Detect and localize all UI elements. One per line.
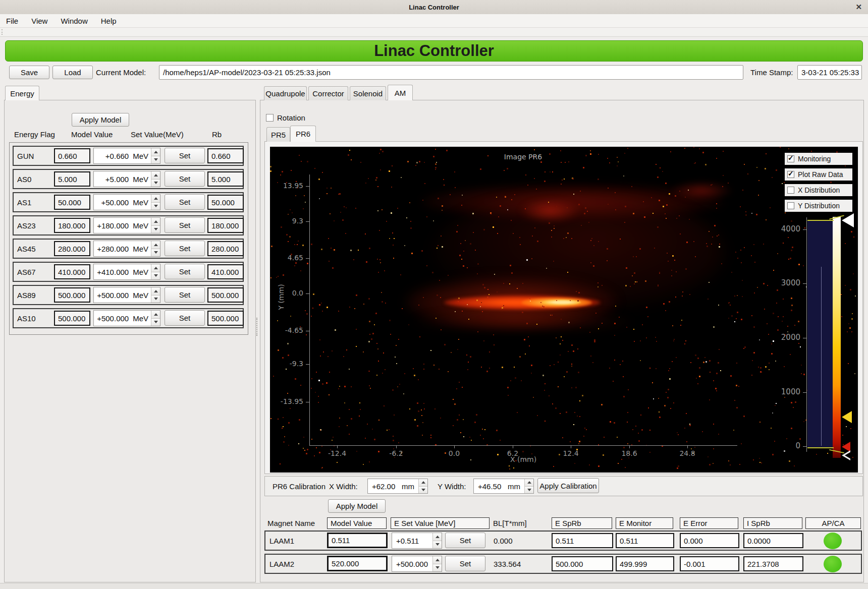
spin-value: +500.000: [392, 556, 432, 571]
spin-up-icon[interactable]: [419, 479, 427, 486]
set-button[interactable]: Set: [165, 217, 205, 233]
timestamp-field[interactable]: 3-03-21 05:25:33: [797, 65, 862, 80]
set-value-spinbox[interactable]: +500.000MeV: [93, 310, 160, 326]
set-button[interactable]: Set: [445, 533, 485, 548]
set-value-spinbox[interactable]: +500.000: [392, 556, 442, 572]
menu-item-help[interactable]: Help: [101, 17, 117, 25]
set-button[interactable]: Set: [165, 264, 205, 279]
set-value-spinbox[interactable]: +0.660MeV: [93, 148, 160, 164]
spin-up-icon[interactable]: [151, 218, 160, 225]
spin-up-icon[interactable]: [151, 171, 160, 179]
spin-arrows[interactable]: [418, 479, 427, 493]
set-value-spinbox[interactable]: +0.511: [392, 533, 442, 549]
x-width-spinbox[interactable]: +62.00mm: [367, 479, 428, 494]
menu-item-view[interactable]: View: [31, 17, 47, 25]
window-titlebar: Linac Controller ✕: [0, 0, 868, 15]
tab-solenoid[interactable]: Solenoid: [350, 86, 386, 100]
toolbar-grip-handle[interactable]: [2, 29, 4, 35]
spin-arrows[interactable]: [524, 479, 533, 493]
checkbox-square[interactable]: [787, 187, 794, 194]
set-button[interactable]: Set: [165, 310, 205, 326]
apply-calibration-button[interactable]: Apply Calibration: [537, 478, 599, 493]
spin-arrows[interactable]: [151, 171, 160, 187]
spin-down-icon[interactable]: [151, 295, 160, 303]
beam-image-plot[interactable]: Image PR6 13.959.34.650.0-4.65-9.3-13.95…: [270, 147, 858, 473]
tab-quadrupole[interactable]: Quadrupole: [264, 86, 307, 100]
save-button[interactable]: Save: [9, 66, 49, 79]
tab-am[interactable]: AM: [388, 85, 413, 100]
y-axis-line: [309, 174, 310, 446]
model-value-box: 50.000: [54, 195, 90, 210]
marker-mid-icon[interactable]: [842, 411, 852, 423]
set-button[interactable]: Set: [445, 556, 485, 571]
checkbox-square[interactable]: ✓: [787, 155, 794, 162]
spin-up-icon[interactable]: [151, 241, 160, 249]
current-model-input[interactable]: /home/heps1/AP-model/2023-03-21 05:25:33…: [159, 65, 743, 80]
spin-up-icon[interactable]: [151, 264, 160, 272]
checkbox-square[interactable]: ✓: [787, 171, 794, 178]
tab-corrector[interactable]: Corrector: [308, 86, 348, 100]
spin-down-icon[interactable]: [151, 225, 160, 233]
spin-up-icon[interactable]: [433, 556, 442, 564]
spin-down-icon[interactable]: [151, 179, 160, 187]
level-line-bottom: [807, 447, 834, 448]
tick-mark: [803, 392, 806, 393]
y-width-spinbox[interactable]: +46.50mm: [473, 479, 534, 494]
set-button[interactable]: Set: [165, 148, 205, 163]
tick-mark: [629, 445, 630, 448]
spin-arrows[interactable]: [151, 148, 160, 163]
set-button[interactable]: Set: [165, 194, 205, 210]
rotation-checkbox[interactable]: [266, 114, 274, 122]
tab-pr6[interactable]: PR6: [290, 126, 316, 142]
overlay-checkbox-plot-raw-data[interactable]: ✓Plot Raw Data: [785, 168, 852, 181]
magnet-apply-model-button[interactable]: Apply Model: [328, 499, 386, 513]
splitter-handle[interactable]: [256, 318, 259, 336]
spin-down-icon[interactable]: [419, 486, 427, 494]
spin-up-icon[interactable]: [151, 148, 160, 156]
spin-down-icon[interactable]: [433, 541, 442, 549]
overlay-checkbox-monitoring[interactable]: ✓Monitoring: [785, 153, 852, 165]
spin-arrows[interactable]: [151, 287, 160, 303]
spin-down-icon[interactable]: [151, 249, 160, 257]
spin-up-icon[interactable]: [151, 287, 160, 295]
overlay-checkbox-x-distribution[interactable]: X Distribution: [785, 184, 852, 196]
spin-arrows[interactable]: [151, 195, 160, 210]
load-button[interactable]: Load: [52, 66, 93, 79]
spin-up-icon[interactable]: [151, 195, 160, 202]
set-value-spinbox[interactable]: +50.000MeV: [93, 194, 160, 210]
spin-arrows[interactable]: [151, 264, 160, 279]
energy-apply-model-button[interactable]: Apply Model: [72, 113, 129, 127]
spin-up-icon[interactable]: [433, 533, 442, 541]
set-value-spinbox[interactable]: +180.000MeV: [93, 217, 160, 233]
marker-max-icon[interactable]: [842, 213, 854, 227]
set-value-spinbox[interactable]: +280.000MeV: [93, 241, 160, 257]
spin-down-icon[interactable]: [151, 156, 160, 164]
spin-down-icon[interactable]: [151, 318, 160, 326]
spin-arrows[interactable]: [432, 556, 442, 571]
spin-down-icon[interactable]: [525, 486, 533, 494]
spin-arrows[interactable]: [151, 241, 160, 256]
menu-item-file[interactable]: File: [6, 17, 18, 25]
close-icon[interactable]: ✕: [855, 3, 862, 12]
set-value-spinbox[interactable]: +500.000MeV: [93, 287, 160, 303]
tab-energy[interactable]: Energy: [5, 86, 39, 100]
spin-arrows[interactable]: [151, 311, 160, 326]
set-value-spinbox[interactable]: +5.000MeV: [93, 171, 160, 187]
set-button[interactable]: Set: [165, 241, 205, 256]
menu-item-window[interactable]: Window: [61, 17, 87, 25]
set-button[interactable]: Set: [165, 287, 205, 303]
spin-up-icon[interactable]: [525, 479, 533, 486]
tab-pr5[interactable]: PR5: [266, 127, 290, 142]
set-value-spinbox[interactable]: +410.000MeV: [93, 264, 160, 280]
set-button[interactable]: Set: [165, 171, 205, 187]
colorbar-tick-label: 4000: [771, 224, 800, 233]
spin-arrows[interactable]: [432, 533, 442, 548]
spin-up-icon[interactable]: [151, 311, 160, 318]
overlay-checkbox-y-distribution[interactable]: Y Distribution: [785, 200, 852, 212]
spin-down-icon[interactable]: [151, 272, 160, 280]
table-row: LAAM10.511+0.511Set0.0000.5110.5110.0000…: [264, 531, 862, 551]
spin-arrows[interactable]: [151, 218, 160, 233]
spin-down-icon[interactable]: [433, 564, 442, 572]
checkbox-square[interactable]: [787, 202, 794, 209]
spin-down-icon[interactable]: [151, 202, 160, 210]
